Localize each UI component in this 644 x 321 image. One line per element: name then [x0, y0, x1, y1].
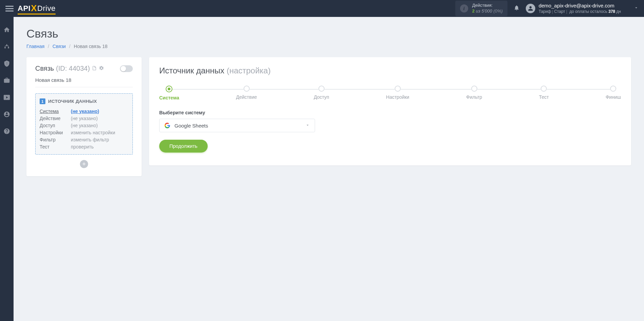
logo-x: X — [31, 3, 37, 13]
step-indicator: СистемаДействиеДоступНастройкиФильтрТест… — [159, 86, 621, 100]
step-circle — [610, 86, 616, 92]
nav-home-icon[interactable] — [3, 26, 10, 35]
connection-panel: Связь (ID: 44034) Новая связь 18 1 ИСТОЧ… — [26, 57, 142, 176]
source-num-badge: 1 — [40, 98, 45, 104]
info-icon: i — [460, 4, 468, 13]
left-sidebar: $ — [0, 17, 14, 321]
nav-toolbox-icon[interactable] — [3, 77, 10, 85]
user-email: demo_apix-drive@apix-drive.com — [539, 3, 621, 9]
selected-system: Google Sheets — [174, 123, 208, 129]
breadcrumb-home[interactable]: Главная — [26, 44, 44, 49]
step-circle — [166, 86, 172, 92]
step-line — [401, 89, 471, 90]
logo[interactable]: APIXDrive — [18, 3, 56, 15]
source-row-key: Доступ — [40, 123, 66, 128]
step-фильтр[interactable]: Фильтр — [466, 86, 482, 100]
step-label: Доступ — [314, 94, 329, 100]
source-row-value[interactable]: изменить фильтр — [71, 137, 109, 142]
nav-help-icon[interactable] — [3, 128, 10, 136]
connection-name: Новая связь 18 — [35, 77, 133, 87]
step-line — [547, 89, 610, 90]
source-row-value: (не указано) — [71, 116, 98, 121]
logo-prefix: API — [18, 4, 30, 13]
field-label: Выберите систему — [159, 110, 621, 115]
setup-panel: Источник данных (настройка) СистемаДейст… — [149, 57, 631, 165]
step-circle — [318, 86, 325, 92]
avatar-icon — [526, 4, 535, 13]
chevron-down-icon — [305, 123, 310, 129]
source-row-value[interactable]: проверить — [71, 144, 94, 150]
user-tariff: Тариф|Старт| до оплаты осталось 378 дн — [539, 9, 621, 14]
source-row-value: (не указано) — [71, 123, 98, 128]
breadcrumb: Главная / Связи / Новая связь 18 — [26, 44, 631, 49]
source-row-value[interactable]: изменить настройки — [71, 130, 115, 135]
top-header: APIXDrive i Действия: 2 из 5'000 (0%) de… — [0, 0, 644, 17]
actions-label: Действия: — [472, 3, 503, 8]
step-circle — [541, 86, 547, 92]
step-доступ[interactable]: Доступ — [314, 86, 329, 100]
step-line — [250, 89, 318, 90]
source-row-key: Фильтр — [40, 137, 66, 142]
step-label: Настройки — [386, 94, 410, 100]
google-logo-icon — [164, 122, 170, 129]
nav-connections-icon[interactable] — [3, 43, 10, 51]
main-content: Связь Главная / Связи / Новая связь 18 С… — [14, 17, 644, 186]
step-line — [325, 89, 395, 90]
nav-account-icon[interactable] — [3, 111, 10, 119]
actions-badge[interactable]: i Действия: 2 из 5'000 (0%) — [455, 1, 507, 16]
source-box-title: ИСТОЧНИК ДАННЫХ — [48, 99, 97, 104]
source-row-key: Действие — [40, 116, 66, 121]
actions-percent: (0%) — [493, 8, 502, 14]
source-row: Фильтризменить фильтр — [40, 136, 128, 143]
user-block[interactable]: demo_apix-drive@apix-drive.com Тариф|Ста… — [526, 3, 621, 14]
step-настройки[interactable]: Настройки — [386, 86, 410, 100]
nav-video-icon[interactable] — [3, 94, 10, 102]
step-label: Тест — [539, 94, 549, 100]
source-row-key: Система — [40, 109, 66, 114]
conn-id: (ID: 44034) — [56, 65, 90, 72]
source-row: Тестпроверить — [40, 143, 128, 150]
step-система[interactable]: Система — [159, 86, 179, 100]
source-row: Система(не указано) — [40, 108, 128, 115]
step-действие[interactable]: Действие — [236, 86, 257, 100]
add-step-button[interactable]: + — [80, 160, 88, 168]
connection-toggle[interactable] — [120, 65, 133, 72]
breadcrumb-connections[interactable]: Связи — [53, 44, 66, 49]
breadcrumb-current: Новая связь 18 — [74, 44, 107, 49]
right-title: Источник данных (настройка) — [159, 66, 621, 75]
source-row: Доступ(не указано) — [40, 122, 128, 129]
hamburger-menu[interactable] — [5, 4, 14, 13]
svg-text:$: $ — [5, 61, 8, 66]
continue-button[interactable]: Продолжить — [159, 140, 208, 153]
bell-icon[interactable] — [514, 5, 520, 12]
step-label: Система — [159, 95, 179, 100]
step-circle — [471, 86, 477, 92]
logo-suffix: Drive — [37, 4, 56, 13]
source-row-key: Тест — [40, 144, 66, 150]
actions-used: 2 — [472, 8, 475, 14]
step-тест[interactable]: Тест — [539, 86, 549, 100]
nav-billing-icon[interactable]: $ — [3, 60, 10, 68]
step-circle — [395, 86, 401, 92]
source-row-key: Настройки — [40, 130, 66, 135]
source-row-value[interactable]: (не указано) — [71, 109, 99, 114]
chevron-down-icon[interactable] — [634, 5, 639, 12]
step-финиш[interactable]: Финиш — [606, 86, 621, 100]
page-title: Связь — [26, 27, 631, 40]
step-label: Фильтр — [466, 94, 482, 100]
source-row: Настройкиизменить настройки — [40, 129, 128, 136]
step-label: Действие — [236, 94, 257, 100]
step-circle — [244, 86, 250, 92]
step-line — [477, 89, 541, 90]
gear-icon[interactable] — [99, 65, 104, 72]
conn-word: Связь — [35, 65, 54, 72]
source-box: 1 ИСТОЧНИК ДАННЫХ Система(не указано)Дей… — [35, 93, 133, 155]
step-line — [172, 89, 243, 90]
system-select[interactable]: Google Sheets — [159, 119, 315, 132]
source-row: Действие(не указано) — [40, 115, 128, 122]
step-label: Финиш — [606, 94, 621, 100]
document-icon[interactable] — [92, 65, 97, 72]
